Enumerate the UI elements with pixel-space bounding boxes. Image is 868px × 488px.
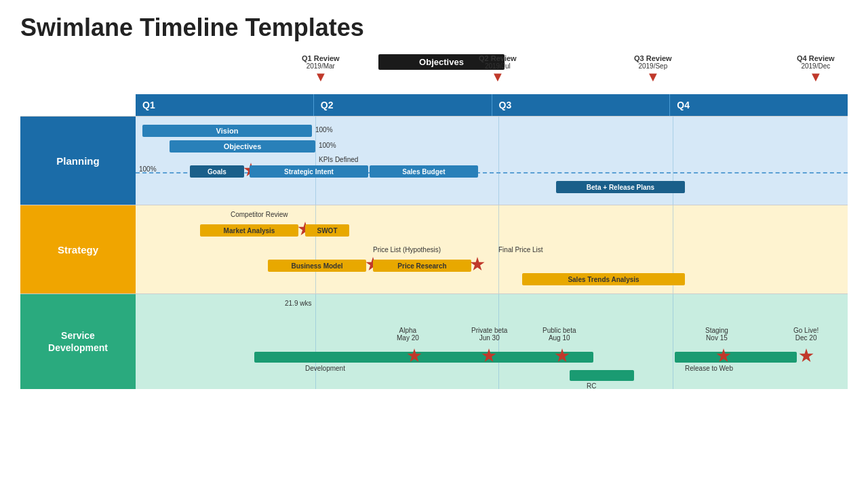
service-content: 21.9 wks AlphaMay 20 Private betaJun 30 …	[136, 294, 848, 389]
service-vline-1	[315, 294, 316, 389]
price-research-bar: Price Research	[373, 260, 471, 272]
planning-swimlane: Planning Vision 100% Objectives 100% KPI…	[20, 116, 848, 205]
strategy-content: Competitor Review Market Analysis SWOT P…	[136, 205, 848, 293]
price-research-milestone	[470, 257, 485, 272]
strategy-swimlane: Strategy Competitor Review Market Analys…	[20, 205, 848, 293]
staging-label: StagingNov 15	[705, 327, 728, 342]
public-beta-label: Public betaAug 10	[542, 327, 576, 342]
q4-review-marker: Q4 Review 2019/Dec ▼	[797, 54, 835, 83]
q1-review-marker: Q1 Review 2019/Mar ▼	[302, 54, 340, 83]
q1-review-arrow: ▼	[302, 70, 340, 83]
objectives-pct: 100%	[319, 142, 336, 149]
quarter-q4: Q4	[670, 94, 848, 116]
q3-review-marker: Q3 Review 2019/Sep ▼	[634, 54, 672, 83]
quarter-q1: Q1	[136, 94, 314, 116]
reviews-row: Objectives Q1 Review 2019/Mar ▼ Q2 Revie…	[136, 54, 848, 92]
sales-budget-bar: Sales Budget	[370, 165, 478, 178]
business-model-bar: Business Model	[268, 260, 366, 272]
q2-review-arrow: ▼	[479, 70, 517, 83]
vision-pct: 100%	[315, 126, 333, 134]
vision-bar: Vision	[142, 125, 312, 137]
quarter-q2: Q2	[314, 94, 492, 116]
objectives-bar: Objectives	[170, 140, 315, 152]
weeks-label: 21.9 wks	[285, 300, 311, 307]
q4-review-arrow: ▼	[797, 70, 835, 83]
q3-review-arrow: ▼	[634, 70, 672, 83]
golive-label: Go Live!Dec 20	[793, 327, 818, 342]
planning-content: Vision 100% Objectives 100% KPIs Defined…	[136, 117, 848, 205]
sales-trends-bar: Sales Trends Analysis	[522, 273, 685, 285]
page-title: Swimlane Timeline Templates	[20, 14, 848, 42]
swot-bar: SWOT	[305, 224, 349, 237]
golive-milestone	[799, 348, 814, 363]
final-price-label: Final Price List	[498, 246, 543, 253]
goals-pct: 100%	[139, 165, 157, 173]
strategic-intent-bar: Strategic Intent	[250, 165, 368, 178]
development-label: Development	[305, 365, 345, 372]
strategy-label: Strategy	[20, 205, 136, 293]
service-vline-2	[498, 294, 499, 389]
q4-review-label: Q4 Review	[797, 54, 835, 62]
quarter-q3: Q3	[492, 94, 671, 116]
service-label: ServiceDevelopment	[20, 294, 136, 389]
private-beta-label: Private betaJun 30	[471, 327, 507, 342]
q3-review-label: Q3 Review	[634, 54, 672, 62]
quarter-bar: Q1 Q2 Q3 Q4	[136, 94, 848, 116]
release-web-bar	[675, 352, 797, 363]
planning-label: Planning	[20, 117, 136, 205]
development-bar	[254, 352, 593, 363]
goals-bar: Goals	[190, 165, 244, 178]
q1-review-label: Q1 Review	[302, 54, 340, 62]
rc-bar	[570, 370, 634, 381]
beta-release-bar: Beta + Release Plans	[556, 181, 685, 193]
page: Swimlane Timeline Templates Objectives Q…	[0, 0, 868, 403]
competitor-review-label: Competitor Review	[231, 211, 288, 218]
rc-label: RC	[587, 382, 596, 390]
service-vline-3	[673, 294, 673, 389]
objectives-label: Objectives	[419, 57, 464, 67]
planning-vline-2	[498, 117, 499, 205]
release-web-label: Release to Web	[685, 365, 733, 372]
strategy-vline-1	[315, 205, 316, 293]
timeline-wrapper: Objectives Q1 Review 2019/Mar ▼ Q2 Revie…	[20, 54, 848, 389]
q2-review-marker: Q2 Review 2019/Jul ▼	[479, 54, 517, 83]
kpis-label: KPIs Defined	[319, 156, 358, 163]
market-analysis-bar: Market Analysis	[200, 224, 298, 237]
alpha-label: AlphaMay 20	[397, 327, 419, 342]
price-hypothesis-label: Price List (Hypothesis)	[373, 246, 441, 253]
service-swimlane: ServiceDevelopment 21.9 wks AlphaMay 20 …	[20, 293, 848, 389]
q2-review-label: Q2 Review	[479, 54, 517, 62]
